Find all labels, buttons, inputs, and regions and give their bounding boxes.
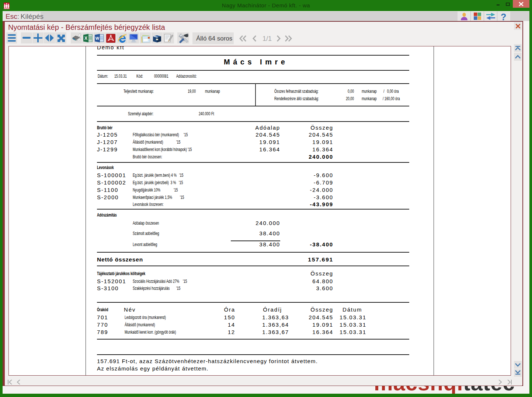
- svg-text:X: X: [84, 36, 87, 41]
- svg-text:W: W: [95, 36, 100, 41]
